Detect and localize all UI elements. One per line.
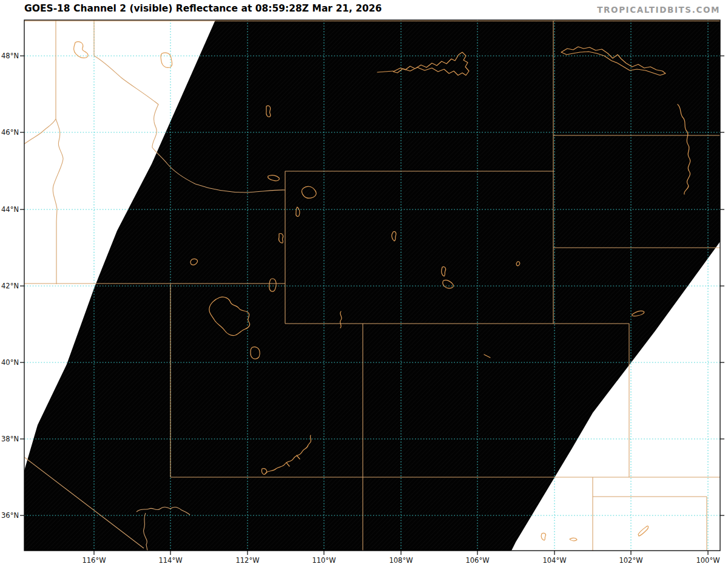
lon-tick-label: 100°W [690, 556, 726, 564]
lat-tick-label: 44°N [0, 205, 19, 214]
lat-tick-label: 40°N [0, 358, 19, 367]
lat-tick-label: 46°N [0, 128, 19, 137]
lon-tick-label: 104°W [536, 556, 573, 564]
water-feature [73, 42, 88, 58]
lon-tick-label: 114°W [152, 556, 189, 564]
lon-tick-label: 106°W [459, 556, 496, 564]
water-feature [638, 526, 649, 536]
lat-tick-label: 48°N [0, 52, 19, 60]
lon-tick-label: 116°W [76, 556, 112, 564]
water-feature [541, 533, 545, 540]
lon-tick-label: 108°W [383, 556, 419, 564]
satellite-map-view: GOES-18 Channel 2 (visible) Reflectance … [0, 0, 728, 564]
map-canvas [0, 0, 728, 564]
state-border-line [53, 119, 63, 284]
lat-tick-label: 38°N [0, 435, 19, 443]
lat-tick-label: 36°N [0, 511, 19, 520]
water-feature [570, 538, 577, 541]
lon-tick-label: 110°W [306, 556, 342, 564]
state-border-line [24, 119, 56, 144]
lon-tick-label: 112°W [229, 556, 266, 564]
lat-tick-label: 42°N [0, 282, 19, 290]
scan-region [24, 20, 720, 551]
lon-tick-label: 102°W [613, 556, 649, 564]
